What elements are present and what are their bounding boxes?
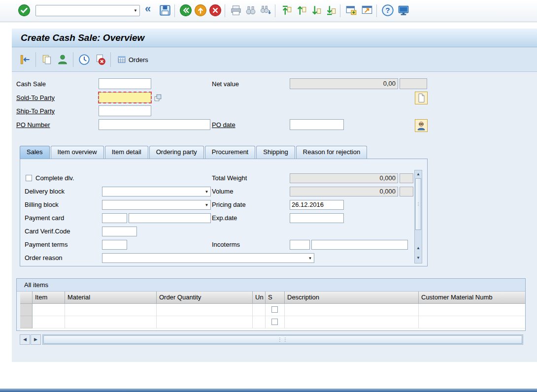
cell-item[interactable] [33, 316, 65, 328]
scroll-right-icon[interactable]: ▶ [31, 334, 41, 345]
cancel-icon[interactable] [209, 4, 222, 17]
column-header-customer-material[interactable]: Customer Material Numb [419, 292, 526, 304]
cell-s[interactable] [266, 316, 285, 328]
vertical-scrollbar[interactable]: ▲ ⋮ ▲ ▼ [414, 170, 422, 263]
payment-terms-field[interactable] [102, 240, 127, 250]
find-next-icon[interactable] [259, 4, 272, 17]
scroll-last-page-icon[interactable] [324, 4, 337, 17]
gui-settings-monitor-icon[interactable] [397, 4, 410, 17]
exit-icon[interactable] [194, 4, 207, 17]
save-icon[interactable] [159, 4, 171, 17]
cell-s[interactable] [266, 304, 285, 316]
collapse-toolbar-icon[interactable]: « [145, 2, 151, 15]
row-selector[interactable] [20, 304, 33, 316]
toolbar-separator [376, 4, 377, 17]
po-date-field[interactable] [290, 119, 344, 130]
tab-item-detail[interactable]: Item detail [105, 146, 148, 159]
exp-date-field[interactable] [290, 213, 344, 223]
command-dropdown-icon[interactable]: ▼ [132, 8, 139, 13]
thumb-grip: ⋮ [416, 201, 421, 206]
find-icon[interactable] [244, 4, 257, 17]
column-header-item[interactable]: Item [33, 292, 65, 304]
card-verif-code-field[interactable] [102, 227, 137, 236]
doc-flow-icon[interactable] [19, 53, 32, 66]
po-number-label[interactable]: PO Number [16, 121, 50, 129]
payment-card-number-field[interactable] [129, 213, 211, 223]
column-header-material[interactable]: Material [65, 292, 157, 304]
cell-description[interactable] [285, 316, 419, 328]
s-checkbox[interactable] [271, 306, 278, 313]
billing-block-dropdown[interactable]: ▼ [102, 200, 211, 210]
scroll-up-icon[interactable]: ▲ [415, 171, 422, 177]
scroll-page-down-icon[interactable] [309, 4, 322, 17]
po-number-field[interactable] [99, 119, 210, 130]
complete-dlv-checkbox[interactable] [26, 175, 32, 181]
column-header-s[interactable]: S [266, 292, 285, 304]
tab-ordering-party[interactable]: Ordering party [149, 146, 204, 159]
cell-description[interactable] [285, 304, 419, 316]
create-document-icon[interactable] [415, 92, 428, 104]
horizontal-scrollbar[interactable]: ⋮⋮ [42, 334, 523, 345]
partner-icon[interactable] [56, 53, 69, 66]
tab-item-overview[interactable]: Item overview [51, 146, 104, 159]
pricing-date-field[interactable]: 26.12.2016 [290, 200, 344, 210]
rejections-icon[interactable] [94, 53, 106, 66]
incoterms-location-field[interactable] [311, 240, 408, 250]
orders-grid-icon [117, 55, 126, 64]
cash-sale-field[interactable] [99, 78, 151, 89]
cell-customer-material[interactable] [419, 304, 526, 316]
display-customers-icon[interactable] [415, 119, 428, 132]
sold-to-party-field[interactable] [99, 92, 151, 103]
column-header-description[interactable]: Description [285, 292, 419, 304]
volume-label: Volume [212, 188, 233, 196]
order-reason-dropdown[interactable]: ▼ [102, 253, 314, 263]
net-value-label: Net value [212, 80, 239, 88]
enter-icon[interactable] [18, 4, 31, 17]
sold-to-party-label[interactable]: Sold-To Party [16, 94, 55, 102]
cell-material[interactable] [65, 316, 157, 328]
command-field[interactable]: ▼ [35, 5, 140, 16]
cell-item[interactable] [33, 304, 65, 316]
tabstrip: Sales Item overview Item detail Ordering… [20, 146, 367, 159]
create-shortcut-icon[interactable] [361, 4, 373, 17]
scroll-up-icon[interactable]: ▲ [415, 245, 422, 251]
tab-sales[interactable]: Sales [20, 146, 50, 159]
po-date-label[interactable]: PO date [212, 121, 235, 129]
column-header-un[interactable]: Un [253, 292, 266, 304]
ship-to-party-label[interactable]: Ship-To Party [16, 107, 55, 115]
cell-un[interactable] [253, 304, 266, 316]
cell-material[interactable] [65, 304, 157, 316]
exp-date-label: Exp.date [212, 214, 237, 222]
cell-order-quantity[interactable] [157, 316, 253, 328]
payment-card-type-field[interactable] [102, 213, 127, 223]
status-overview-icon[interactable] [78, 53, 91, 66]
svg-text:?: ? [385, 6, 390, 14]
display-other-document-icon[interactable] [40, 53, 53, 66]
ship-to-party-field[interactable] [99, 105, 151, 116]
back-icon[interactable] [179, 4, 192, 17]
cell-customer-material[interactable] [419, 316, 526, 328]
tab-procurement[interactable]: Procurement [205, 146, 255, 159]
incoterms-code-field[interactable] [290, 240, 310, 250]
tab-shipping[interactable]: Shipping [256, 146, 295, 159]
cell-un[interactable] [253, 316, 266, 328]
delivery-block-dropdown[interactable]: ▼ [102, 187, 211, 196]
cell-order-quantity[interactable] [157, 304, 253, 316]
card-verif-code-label: Card Verif.Code [25, 228, 70, 235]
column-header-order-quantity[interactable]: Order Quantity [157, 292, 253, 304]
help-icon[interactable]: ? [381, 4, 394, 17]
tab-reason-for-rejection[interactable]: Reason for rejection [296, 146, 367, 159]
row-selector[interactable] [20, 316, 33, 328]
print-icon[interactable] [230, 4, 242, 17]
select-all-header-cell[interactable] [20, 292, 33, 304]
scroll-down-icon[interactable]: ▼ [415, 255, 422, 261]
vertical-scrollbar-thumb[interactable]: ⋮ [415, 178, 421, 230]
new-session-icon[interactable] [345, 4, 358, 17]
multiple-selection-icon[interactable] [153, 93, 163, 102]
s-checkbox[interactable] [271, 319, 278, 325]
scroll-left-icon[interactable]: ◀ [20, 334, 30, 345]
scroll-first-page-icon[interactable] [280, 4, 293, 17]
horizontal-scrollbar-thumb[interactable]: ⋮⋮ [43, 335, 522, 344]
scroll-page-up-icon[interactable] [295, 4, 307, 17]
orders-button[interactable]: Orders [115, 53, 150, 66]
